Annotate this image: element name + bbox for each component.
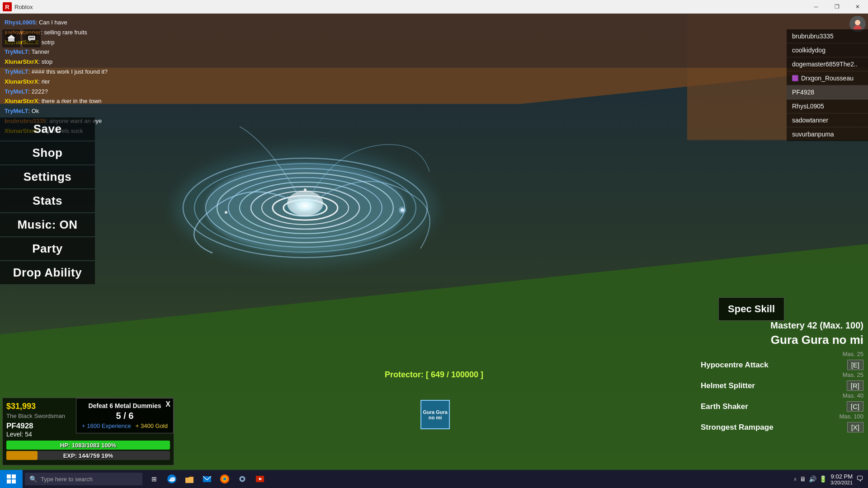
player-list-name: PF4928 [792, 89, 814, 96]
svg-rect-31 [7, 474, 11, 479]
shop-button[interactable]: Shop [0, 141, 95, 164]
chat-name: TryMeLT [5, 48, 28, 55]
svg-text:R: R [5, 4, 9, 10]
quest-close-button[interactable]: X [165, 400, 170, 408]
stats-button[interactable]: Stats [0, 189, 95, 212]
exp-bar-text: EXP: 144/759 19% [6, 451, 170, 460]
skill-row: Strongest Rampage[X] [696, 421, 868, 434]
taskbar-right: ∧ 🖥 🔊 🔋 9:02 PM 3/20/2021 🗨 [793, 473, 868, 485]
player-list-item: suvurbanpuma [787, 127, 868, 141]
system-tray: ∧ 🖥 🔊 🔋 [793, 475, 827, 483]
media-button[interactable] [252, 471, 268, 487]
ability-slot-label: Gura Gura no mi [423, 409, 447, 420]
exp-bar: EXP: 144/759 19% [6, 451, 170, 460]
player-list-name: RhysL0905 [792, 103, 824, 110]
skills-panel: Mastery 42 (Max. 100) Gura Gura no mi Ma… [696, 320, 868, 434]
chat-text: : Ok [28, 108, 39, 114]
titlebar-controls: ─ ❐ ✕ [806, 0, 868, 14]
party-button[interactable]: Party [0, 237, 95, 260]
ability-slot-gura[interactable]: Gura Gura no mi [420, 400, 450, 429]
roblox-menu-icons [2, 29, 41, 47]
quest-rewards: + 1600 Experience + 3400 Gold [82, 422, 168, 429]
notifications-button[interactable]: 🗨 [856, 475, 863, 483]
skill-mastery: Mas. 100 [696, 413, 868, 420]
chat-line: XlunarStxrX: stop [5, 57, 158, 67]
chat-text: : there a rker in the town [38, 98, 101, 104]
mail-button[interactable] [199, 471, 215, 487]
music-button[interactable]: Music: ON [0, 213, 95, 236]
tray-chevron[interactable]: ∧ [793, 476, 797, 482]
chat-line: RhysL0905: Can I have [5, 18, 158, 28]
chat-text: : rler [38, 78, 50, 85]
skill-key[interactable]: [C] [847, 401, 863, 412]
players-list-items: brubrubru3335coolkidydogdogemaster6859Th… [787, 29, 868, 141]
protector-text: Protector: [ 649 / 100000 ] [385, 370, 483, 380]
hp-bar-text: HP: 1083/1083 100% [6, 441, 170, 450]
close-button[interactable]: ✕ [847, 0, 868, 14]
file-explorer-button[interactable] [181, 471, 198, 487]
clock-date: 3/20/2021 [830, 480, 853, 485]
minimize-button[interactable]: ─ [806, 0, 826, 14]
roblox-icon-chat[interactable] [23, 29, 41, 47]
player-list-item: RhysL0905 [787, 99, 868, 113]
clock[interactable]: 9:02 PM 3/20/2021 [830, 473, 853, 485]
chat-text: : Tanner [28, 48, 50, 55]
chat-line: TryMeLT: 2222? [5, 87, 158, 97]
titlebar: R Roblox ─ ❐ ✕ [0, 0, 868, 14]
chat-text: : 2222? [28, 88, 48, 95]
spec-skill-button[interactable]: Spec Skill [718, 297, 784, 321]
players-list: brubrubru3335coolkidydogdogemaster6859Th… [787, 29, 868, 141]
skill-key[interactable]: [X] [847, 422, 863, 432]
chat-name: TryMeLT [5, 68, 28, 75]
skill-key[interactable]: [E] [847, 360, 863, 370]
skill-key[interactable]: [R] [847, 380, 863, 391]
skill-name: Helmet Splitter [701, 381, 755, 390]
chat-name: XlunarStxrX [5, 58, 38, 65]
search-placeholder: Type here to search [41, 476, 93, 483]
player-name: PF4928 [6, 422, 33, 431]
chat-line: XlunarStxrX: rler [5, 77, 158, 87]
skill-mastery: Mas. 25 [696, 371, 868, 378]
quest-progress: 5 / 6 [82, 411, 168, 421]
drop-ability-button[interactable]: Drop Ability [0, 261, 95, 284]
tray-volume-icon[interactable]: 🔊 [809, 475, 816, 483]
player-list-name: coolkidydog [792, 47, 826, 54]
mastery-label: Mastery 42 (Max. 100) [696, 320, 868, 331]
save-button[interactable]: Save [0, 117, 95, 141]
edge-browser-button[interactable] [164, 471, 180, 487]
chat-line: TryMeLT: Tanner [5, 47, 158, 57]
chat-text: : #### this work I just found it? [28, 68, 108, 75]
svg-rect-26 [29, 37, 31, 38]
chat-name: TryMeLT [5, 88, 28, 95]
tray-network-icon: 🖥 [800, 475, 806, 483]
chat-line: TryMeLT: #### this work I just found it? [5, 67, 158, 77]
tray-battery-icon: 🔋 [819, 475, 827, 483]
task-view-button[interactable]: ⊞ [146, 471, 162, 487]
browser2-button[interactable] [217, 471, 233, 487]
search-bar[interactable]: 🔍 Type here to search [25, 473, 142, 485]
player-list-name: suvurbanpuma [792, 131, 834, 138]
chat-name: RhysL0905 [5, 19, 36, 26]
settings-button[interactable]: Settings [0, 165, 95, 188]
roblox-icon-home[interactable] [2, 29, 20, 47]
player-list-name: sadowtanner [792, 117, 828, 124]
quest-exp-reward: + 1600 Experience [82, 422, 131, 429]
skill-row: Helmet Splitter[R] [696, 379, 868, 392]
restore-button[interactable]: ❐ [826, 0, 847, 14]
settings3-button[interactable] [234, 471, 250, 487]
chat-line: XlunarStxrX: there a rker in the town [5, 97, 158, 106]
game-area: RhysL0905: Can I havesadowtanner: sellin… [0, 14, 868, 470]
player-list-item: sadowtanner [787, 113, 868, 127]
clock-time: 9:02 PM [830, 473, 853, 480]
chat-text: : Can I have [36, 19, 67, 26]
chat-name: XlunarStxrX [5, 78, 38, 85]
player-list-item: brubrubru3335 [787, 29, 868, 43]
ability-icon-area: Gura Gura no mi [420, 400, 450, 429]
fruit-name: Gura Gura no mi [696, 333, 868, 347]
svg-point-41 [223, 478, 226, 480]
start-button[interactable] [0, 470, 23, 488]
left-menu: Save Shop Settings Stats Music: ON Party… [0, 117, 95, 285]
search-icon: 🔍 [29, 475, 37, 483]
player-panel: X Defeat 6 Metal Dummies 5 / 6 + 1600 Ex… [2, 398, 174, 465]
chat-line: TryMeLT: Ok [5, 107, 158, 116]
